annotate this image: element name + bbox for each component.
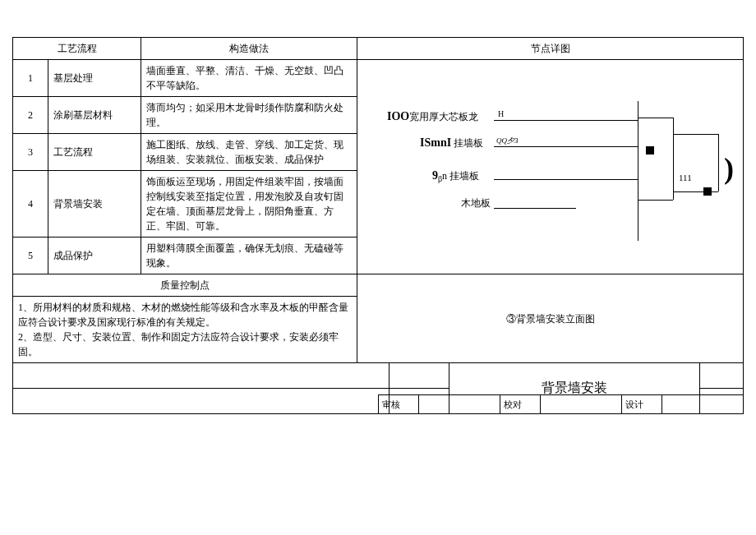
row-desc: 用塑料薄膜全面覆盖，确保无划痕、无磕碰等现象。 bbox=[141, 238, 357, 274]
diagram-square bbox=[703, 187, 712, 196]
qc-line2: 2、造型、尺寸、安装位置、制作和固定方法应符合设计要求，安装必须牢固。 bbox=[18, 330, 352, 359]
diagram-hline bbox=[638, 118, 673, 118]
row-num: 1 bbox=[13, 60, 48, 97]
row-name: 背景墙安装 bbox=[48, 171, 141, 238]
row-num: 5 bbox=[13, 238, 48, 274]
diagram-num111: 111 bbox=[679, 171, 692, 185]
row-desc: 墙面垂直、平整、清洁、干燥、无空鼓、凹凸不平等缺陷。 bbox=[141, 60, 357, 97]
label2-bold: ISmnI bbox=[420, 136, 451, 149]
row-name: 涂刷基层材料 bbox=[48, 97, 141, 134]
diagram-caption: ③背景墙安装立面图 bbox=[357, 274, 744, 363]
row-name: 基层处理 bbox=[48, 60, 141, 97]
diagram-vline bbox=[673, 118, 674, 200]
qc-title: 质量控制点 bbox=[13, 274, 357, 297]
diagram-square bbox=[646, 146, 654, 155]
label1-bold: IOO bbox=[387, 110, 409, 122]
main-table: 工艺流程 构造做法 节点详图 1 基层处理 墙面垂直、平整、清洁、干燥、无空鼓、… bbox=[12, 37, 744, 363]
label3-rest: 挂墙板 bbox=[449, 170, 479, 182]
spacer-cell bbox=[390, 363, 449, 389]
label3-n: n bbox=[442, 170, 447, 182]
label2-rest: 挂墙板 bbox=[454, 137, 483, 149]
row-num: 3 bbox=[13, 134, 48, 171]
row-num: 2 bbox=[13, 97, 48, 134]
row-name: 工艺流程 bbox=[48, 134, 141, 171]
diagram-line bbox=[494, 179, 638, 180]
diagram-hline bbox=[673, 134, 718, 135]
row-desc: 薄而均匀；如采用木龙骨时须作防腐和防火处理。 bbox=[141, 97, 357, 134]
row-desc: 饰面板运至现场，用固定件组装牢固，按墙面控制线安装至指定位置，用发泡胶及自攻钉固… bbox=[141, 171, 357, 238]
diagram-paren: ) bbox=[724, 146, 734, 191]
signature-blank bbox=[541, 395, 622, 414]
diagram-label-2: ISmnI 挂墙板 bbox=[420, 134, 483, 151]
label2-suffix: QQ夕3 bbox=[496, 136, 519, 147]
signature-blank bbox=[419, 395, 500, 414]
diagram-area: IOO宽用厚大芯板龙 H ISmnI 挂墙板 QQ夕3 9βn 挂墙板 木地板 bbox=[362, 85, 738, 249]
row-name: 成品保护 bbox=[48, 238, 141, 274]
spacer-cell bbox=[700, 363, 744, 389]
signature-blank bbox=[662, 395, 744, 414]
label1-h: H bbox=[498, 108, 504, 120]
header-process: 工艺流程 bbox=[13, 38, 141, 60]
diagram-line bbox=[494, 120, 638, 121]
row-num: 4 bbox=[13, 171, 48, 238]
diagram-label-1: IOO宽用厚大芯板龙 bbox=[387, 108, 478, 125]
table-row: 1 基层处理 墙面垂直、平整、清洁、干燥、无空鼓、凹凸不平等缺陷。 IOO宽用厚… bbox=[13, 60, 744, 97]
label1-rest: 宽用厚大芯板龙 bbox=[409, 111, 478, 122]
diagram-label-3: 9βn 挂墙板 bbox=[432, 167, 479, 185]
diagram-label-4: 木地板 bbox=[461, 196, 491, 210]
page-container: 工艺流程 构造做法 节点详图 1 基层处理 墙面垂直、平整、清洁、干燥、无空鼓、… bbox=[0, 37, 756, 535]
qc-line1: 1、所用材料的材质和规格、木材的燃烧性能等级和含水率及木板的甲醛含量应符合设计要… bbox=[18, 300, 352, 330]
diagram-hline bbox=[638, 200, 673, 201]
diagram-cell: IOO宽用厚大芯板龙 H ISmnI 挂墙板 QQ夕3 9βn 挂墙板 木地板 bbox=[357, 60, 744, 274]
design-label: 设计 bbox=[622, 395, 662, 414]
qc-title-row: 质量控制点 ③背景墙安装立面图 bbox=[13, 274, 744, 297]
diagram-vline bbox=[718, 134, 719, 191]
review-label: 审核 bbox=[379, 395, 419, 414]
diagram-line bbox=[494, 208, 576, 209]
diagram-vline bbox=[638, 101, 638, 241]
signature-strip: 审核校对设计 bbox=[378, 394, 744, 414]
header-detail: 节点详图 bbox=[357, 38, 744, 60]
check-label: 校对 bbox=[500, 395, 541, 414]
qc-body: 1、所用材料的材质和规格、木材的燃烧性能等级和含水率及木板的甲醛含量应符合设计要… bbox=[13, 297, 357, 363]
signature-wrap: 审核校对设计 bbox=[12, 394, 744, 414]
header-row: 工艺流程 构造做法 节点详图 bbox=[13, 38, 744, 60]
row-desc: 施工图纸、放线、走管、穿线、加工定货、现场组装、安装就位、面板安装、成品保护 bbox=[141, 134, 357, 171]
spacer-cell bbox=[13, 363, 390, 389]
header-method: 构造做法 bbox=[141, 38, 357, 60]
label3-bold: 9 bbox=[432, 169, 438, 182]
